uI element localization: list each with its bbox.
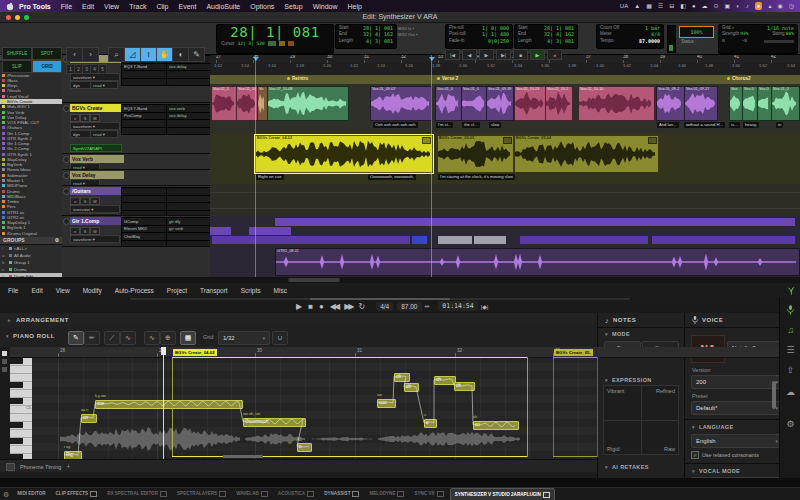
zoom-in-button[interactable]: › xyxy=(82,47,99,62)
curve-tool-icon[interactable]: ∿ xyxy=(120,331,136,345)
window-manager-icon[interactable]: ▣ xyxy=(725,2,731,10)
clip-fade-icon[interactable] xyxy=(422,137,431,144)
rewind-icon[interactable]: ◀◀ xyxy=(330,302,338,311)
clip-vox-01-0[interactable]: Vox.01_0 xyxy=(461,86,487,121)
time-signature[interactable]: 4/4 xyxy=(376,302,393,311)
marker-verse-2[interactable]: Verse 2 xyxy=(437,76,458,81)
synthv-menu-view[interactable]: View xyxy=(56,287,70,294)
scrubber-tool-icon[interactable]: ◖ xyxy=(172,47,189,62)
play-button[interactable]: ▶ xyxy=(530,49,545,60)
clip-vox-07-10-08[interactable]: Vox.07_10-08 xyxy=(267,86,349,121)
nudge-plus[interactable]: -0 xyxy=(742,38,747,44)
synthv-menu-file[interactable]: File xyxy=(8,287,18,294)
dyn-select[interactable]: dyn xyxy=(70,81,92,89)
user-icon[interactable]: ◉ xyxy=(778,2,783,10)
groups-gear-icon[interactable]: ⚙ xyxy=(55,237,59,243)
track-toggle-icon[interactable] xyxy=(63,218,70,225)
clip-vox-01-09-2[interactable]: Vox.01_09-2 xyxy=(656,86,685,121)
zoomer-tool-icon[interactable]: ⌕ xyxy=(108,47,125,62)
time-machine-icon[interactable]: ⊙ xyxy=(714,2,719,10)
clip-fade-icon[interactable] xyxy=(503,137,512,144)
insert-slot-empty[interactable]: · xyxy=(121,127,169,136)
clip-vox-01-0[interactable]: Vox.01_0 xyxy=(771,86,800,121)
keyboard-toggle-icon[interactable]: ▦ xyxy=(180,331,196,345)
tab-rx-spectral-editor[interactable]: RX SPECTRAL EDITOR xyxy=(103,488,171,499)
snap-icon[interactable]: |◆| xyxy=(481,303,489,310)
track-toggle-icon[interactable] xyxy=(63,172,70,179)
zoom-preset-5[interactable]: 5 xyxy=(98,64,107,74)
add-parameter-button[interactable]: + xyxy=(66,463,70,470)
lane-gtr1-comp[interactable]: GTR1_08-01 xyxy=(210,246,800,277)
battery-icon[interactable]: ◐ xyxy=(736,2,740,10)
go-to-end-button[interactable]: ▶| xyxy=(496,49,511,60)
swing-slider[interactable] xyxy=(764,40,794,43)
track-name[interactable]: Vox Delay xyxy=(70,171,124,179)
mute-button[interactable]: M xyxy=(90,197,100,205)
guitar-region-block[interactable] xyxy=(652,236,795,244)
timeline[interactable]: 27282930313233343536373839404142 1:121:1… xyxy=(210,54,800,277)
record-icon[interactable]: ● xyxy=(319,302,324,311)
zoom-out-button[interactable]: ‹ xyxy=(66,47,83,62)
lane-vox-delay[interactable] xyxy=(210,200,800,217)
mode-slip-button[interactable]: SLIP xyxy=(2,60,32,73)
tab-synthesizer-v-studio-2araplugin[interactable]: SYNTHESIZER V STUDIO 2ARAPLUGIN xyxy=(450,488,555,500)
track-view-select[interactable]: waveform ▾ xyxy=(70,73,120,81)
pencil-tool-icon[interactable]: ✏ xyxy=(84,331,100,345)
menu-item-file[interactable]: File xyxy=(61,3,72,10)
cpu-status-box[interactable]: 100% xyxy=(679,26,714,38)
guitar-region-block[interactable] xyxy=(210,227,231,235)
spotlight-icon[interactable]: ▴ xyxy=(768,2,771,10)
group-item-all[interactable]: !<ALL> xyxy=(0,245,62,252)
track-view-select[interactable]: waveform ▾ xyxy=(70,235,120,243)
record-button[interactable]: ● xyxy=(547,49,562,60)
line-tool-icon[interactable]: ⟋ xyxy=(104,331,120,345)
mode-section-header[interactable]: ▾MODE xyxy=(598,328,683,340)
synthv-menu-project[interactable]: Project xyxy=(167,287,187,294)
track-panel-gtr-1-comp[interactable]: Gtr 1.Comp●SMwaveform ▾GCompgtr dlyEleve… xyxy=(62,216,210,247)
nudge-minus[interactable]: 0 xyxy=(722,38,725,44)
track-name[interactable]: BGVs Create xyxy=(70,104,124,112)
lane-bgvs-create[interactable]: BGVs Create_04-02BGVs Create_05-03BGVs C… xyxy=(210,133,800,185)
tab-midi-editor[interactable]: MIDI EDITOR xyxy=(13,488,49,499)
voice-tab-icon[interactable] xyxy=(784,303,797,316)
tab-clip-effects[interactable]: CLIP EFFECTS xyxy=(52,488,102,499)
rewind-button[interactable]: ◀ xyxy=(462,49,477,60)
automation-mode-select[interactable]: read ▾ xyxy=(90,81,118,89)
track-panel-guitars[interactable]: /Guitars●SMoverview ▾dynread ▾········ xyxy=(62,186,210,216)
marker-reintro[interactable]: Reintro xyxy=(287,76,308,81)
lane-vox-verb[interactable] xyxy=(210,184,800,201)
synthv-hscroll-thumb[interactable] xyxy=(310,298,450,300)
synthv-menu-auto-process[interactable]: Auto-Process xyxy=(115,287,154,294)
loop-icon[interactable]: ↻ xyxy=(358,302,365,311)
send-slot-empty[interactable]: · xyxy=(166,127,210,136)
record-arm-button[interactable]: ● xyxy=(70,227,80,235)
synthv-menu-misc[interactable]: Misc xyxy=(274,287,287,294)
track-name[interactable]: /Guitars xyxy=(70,187,124,195)
synthv-hscrollbar[interactable] xyxy=(130,298,630,300)
group-item-drums[interactable]: cDrums xyxy=(0,266,62,273)
display-icon[interactable]: ◧ xyxy=(680,2,686,10)
menu-item-track[interactable]: Track xyxy=(129,3,146,10)
hscroll-thumb[interactable] xyxy=(288,278,340,282)
audio-device-icon[interactable]: ▲ xyxy=(634,2,640,10)
tab-wavelab[interactable]: WAVELAB xyxy=(232,488,272,499)
mode-shuffle-button[interactable]: SHUFFLE xyxy=(2,47,32,60)
record-arm-button[interactable]: ● xyxy=(70,197,80,205)
ai-retakes-section-header[interactable]: ▾AI RETAKES xyxy=(598,461,649,473)
lyrics-tab-icon[interactable]: ☰ xyxy=(784,343,797,356)
playhead[interactable] xyxy=(163,347,164,459)
metronome-icon[interactable]: ⏛ xyxy=(425,303,430,310)
track-view-select[interactable]: waveform ▾ xyxy=(70,122,120,130)
notes-tab-icon[interactable]: ♫ xyxy=(784,323,797,336)
synthv-menu-modify[interactable]: Modify xyxy=(83,287,102,294)
transport-selection-block[interactable]: Start28| 1| 081 End32| 4| 162 Length4| 3… xyxy=(514,24,578,49)
playhead-handle[interactable] xyxy=(161,347,166,355)
timecode-display[interactable]: 01:14:54 xyxy=(438,301,477,311)
menu-item-edit[interactable]: Edit xyxy=(82,3,94,10)
mic-active-icon[interactable]: ● xyxy=(755,2,763,10)
track-toggle-icon[interactable] xyxy=(63,188,70,195)
group-item-all-audio[interactable]: aAll Audio xyxy=(0,252,62,259)
trim-tool-icon[interactable]: ◿ xyxy=(124,47,141,62)
selection-start-flag[interactable] xyxy=(253,57,259,61)
piano-roll-canvas[interactable]: C5 282930313233 Rigr ayonaa ncuek,y uwOo… xyxy=(0,347,779,459)
